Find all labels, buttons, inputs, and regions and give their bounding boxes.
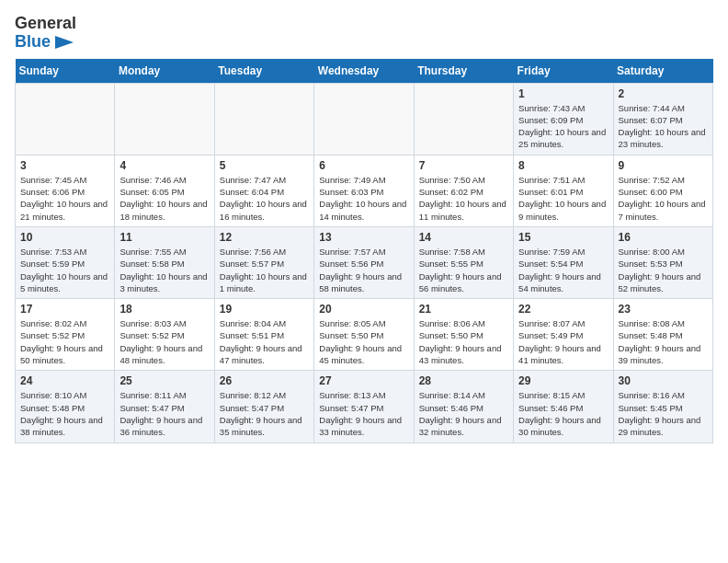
day-info: Sunrise: 7:43 AM Sunset: 6:09 PM Dayligh… bbox=[518, 102, 608, 151]
day-cell bbox=[115, 83, 214, 155]
day-number: 23 bbox=[619, 303, 708, 316]
day-number: 3 bbox=[20, 159, 109, 172]
logo: General Blue bbox=[15, 15, 76, 52]
day-number: 11 bbox=[119, 231, 209, 244]
day-number: 8 bbox=[518, 159, 608, 172]
day-number: 13 bbox=[319, 231, 408, 244]
day-number: 10 bbox=[20, 231, 109, 244]
day-number: 14 bbox=[419, 231, 508, 244]
day-cell: 1Sunrise: 7:43 AM Sunset: 6:09 PM Daylig… bbox=[514, 83, 613, 155]
day-info: Sunrise: 7:46 AM Sunset: 6:05 PM Dayligh… bbox=[119, 174, 209, 223]
day-number: 26 bbox=[220, 374, 309, 387]
day-info: Sunrise: 8:02 AM Sunset: 5:52 PM Dayligh… bbox=[20, 317, 109, 366]
day-info: Sunrise: 8:07 AM Sunset: 5:49 PM Dayligh… bbox=[518, 317, 608, 366]
day-info: Sunrise: 8:08 AM Sunset: 5:48 PM Dayligh… bbox=[619, 317, 708, 366]
day-cell: 12Sunrise: 7:56 AM Sunset: 5:57 PM Dayli… bbox=[214, 226, 313, 298]
day-number: 4 bbox=[119, 159, 209, 172]
day-cell: 20Sunrise: 8:05 AM Sunset: 5:50 PM Dayli… bbox=[314, 299, 414, 371]
header-tuesday: Tuesday bbox=[214, 59, 313, 84]
day-number: 19 bbox=[220, 303, 309, 316]
day-number: 28 bbox=[419, 374, 508, 387]
header-wednesday: Wednesday bbox=[314, 59, 414, 84]
day-cell: 10Sunrise: 7:53 AM Sunset: 5:59 PM Dayli… bbox=[16, 226, 115, 298]
day-number: 30 bbox=[619, 374, 708, 387]
day-info: Sunrise: 7:51 AM Sunset: 6:01 PM Dayligh… bbox=[518, 174, 608, 223]
day-info: Sunrise: 7:49 AM Sunset: 6:03 PM Dayligh… bbox=[319, 174, 408, 223]
day-number: 15 bbox=[518, 231, 608, 244]
day-cell: 3Sunrise: 7:45 AM Sunset: 6:06 PM Daylig… bbox=[16, 155, 115, 226]
header: General Blue bbox=[15, 15, 713, 52]
day-cell: 27Sunrise: 8:13 AM Sunset: 5:47 PM Dayli… bbox=[314, 371, 414, 442]
header-saturday: Saturday bbox=[613, 59, 712, 84]
days-header-row: SundayMondayTuesdayWednesdayThursdayFrid… bbox=[16, 59, 713, 84]
day-cell: 25Sunrise: 8:11 AM Sunset: 5:47 PM Dayli… bbox=[115, 371, 214, 442]
day-cell: 30Sunrise: 8:16 AM Sunset: 5:45 PM Dayli… bbox=[613, 371, 712, 442]
day-number: 29 bbox=[518, 374, 608, 387]
day-info: Sunrise: 8:05 AM Sunset: 5:50 PM Dayligh… bbox=[319, 317, 408, 366]
day-cell: 17Sunrise: 8:02 AM Sunset: 5:52 PM Dayli… bbox=[16, 299, 115, 371]
week-row-3: 10Sunrise: 7:53 AM Sunset: 5:59 PM Dayli… bbox=[16, 226, 713, 298]
day-number: 24 bbox=[20, 374, 109, 387]
day-cell: 11Sunrise: 7:55 AM Sunset: 5:58 PM Dayli… bbox=[115, 226, 214, 298]
day-cell: 16Sunrise: 8:00 AM Sunset: 5:53 PM Dayli… bbox=[613, 226, 712, 298]
day-number: 9 bbox=[619, 159, 708, 172]
day-info: Sunrise: 7:52 AM Sunset: 6:00 PM Dayligh… bbox=[619, 174, 708, 223]
day-number: 7 bbox=[419, 159, 508, 172]
day-info: Sunrise: 7:44 AM Sunset: 6:07 PM Dayligh… bbox=[619, 102, 708, 151]
day-cell: 28Sunrise: 8:14 AM Sunset: 5:46 PM Dayli… bbox=[414, 371, 513, 442]
day-number: 18 bbox=[119, 303, 209, 316]
day-cell bbox=[314, 83, 414, 155]
day-cell: 4Sunrise: 7:46 AM Sunset: 6:05 PM Daylig… bbox=[115, 155, 214, 226]
header-thursday: Thursday bbox=[414, 59, 513, 84]
week-row-5: 24Sunrise: 8:10 AM Sunset: 5:48 PM Dayli… bbox=[16, 371, 713, 442]
day-cell: 29Sunrise: 8:15 AM Sunset: 5:46 PM Dayli… bbox=[514, 371, 613, 442]
header-monday: Monday bbox=[115, 59, 214, 84]
calendar-table: SundayMondayTuesdayWednesdayThursdayFrid… bbox=[15, 59, 713, 443]
day-info: Sunrise: 8:15 AM Sunset: 5:46 PM Dayligh… bbox=[518, 389, 608, 438]
day-info: Sunrise: 7:47 AM Sunset: 6:04 PM Dayligh… bbox=[220, 174, 309, 223]
day-cell: 15Sunrise: 7:59 AM Sunset: 5:54 PM Dayli… bbox=[514, 226, 613, 298]
day-cell: 13Sunrise: 7:57 AM Sunset: 5:56 PM Dayli… bbox=[314, 226, 414, 298]
day-cell: 6Sunrise: 7:49 AM Sunset: 6:03 PM Daylig… bbox=[314, 155, 414, 226]
day-number: 20 bbox=[319, 303, 408, 316]
day-cell: 19Sunrise: 8:04 AM Sunset: 5:51 PM Dayli… bbox=[214, 299, 313, 371]
day-cell: 9Sunrise: 7:52 AM Sunset: 6:00 PM Daylig… bbox=[613, 155, 712, 226]
day-cell bbox=[16, 83, 115, 155]
day-number: 16 bbox=[619, 231, 708, 244]
day-cell: 26Sunrise: 8:12 AM Sunset: 5:47 PM Dayli… bbox=[214, 371, 313, 442]
day-number: 27 bbox=[319, 374, 408, 387]
day-info: Sunrise: 8:10 AM Sunset: 5:48 PM Dayligh… bbox=[20, 389, 109, 438]
day-cell: 8Sunrise: 7:51 AM Sunset: 6:01 PM Daylig… bbox=[514, 155, 613, 226]
day-info: Sunrise: 7:45 AM Sunset: 6:06 PM Dayligh… bbox=[20, 174, 109, 223]
day-cell: 14Sunrise: 7:58 AM Sunset: 5:55 PM Dayli… bbox=[414, 226, 513, 298]
day-info: Sunrise: 7:50 AM Sunset: 6:02 PM Dayligh… bbox=[419, 174, 508, 223]
day-info: Sunrise: 8:04 AM Sunset: 5:51 PM Dayligh… bbox=[220, 317, 309, 366]
day-cell: 2Sunrise: 7:44 AM Sunset: 6:07 PM Daylig… bbox=[613, 83, 712, 155]
day-info: Sunrise: 7:58 AM Sunset: 5:55 PM Dayligh… bbox=[419, 246, 508, 294]
day-number: 12 bbox=[220, 231, 309, 244]
svg-marker-0 bbox=[55, 36, 74, 49]
day-number: 22 bbox=[518, 303, 608, 316]
day-cell: 21Sunrise: 8:06 AM Sunset: 5:50 PM Dayli… bbox=[414, 299, 513, 371]
day-number: 21 bbox=[419, 303, 508, 316]
week-row-1: 1Sunrise: 7:43 AM Sunset: 6:09 PM Daylig… bbox=[16, 83, 713, 155]
day-cell: 18Sunrise: 8:03 AM Sunset: 5:52 PM Dayli… bbox=[115, 299, 214, 371]
day-cell: 7Sunrise: 7:50 AM Sunset: 6:02 PM Daylig… bbox=[414, 155, 513, 226]
day-info: Sunrise: 7:56 AM Sunset: 5:57 PM Dayligh… bbox=[220, 246, 309, 294]
day-number: 5 bbox=[220, 159, 309, 172]
day-number: 17 bbox=[20, 303, 109, 316]
logo-general: General bbox=[15, 15, 76, 33]
day-info: Sunrise: 8:00 AM Sunset: 5:53 PM Dayligh… bbox=[619, 246, 708, 294]
day-info: Sunrise: 7:53 AM Sunset: 5:59 PM Dayligh… bbox=[20, 246, 109, 294]
day-cell: 23Sunrise: 8:08 AM Sunset: 5:48 PM Dayli… bbox=[613, 299, 712, 371]
day-info: Sunrise: 8:14 AM Sunset: 5:46 PM Dayligh… bbox=[419, 389, 508, 438]
day-info: Sunrise: 7:59 AM Sunset: 5:54 PM Dayligh… bbox=[518, 246, 608, 294]
week-row-2: 3Sunrise: 7:45 AM Sunset: 6:06 PM Daylig… bbox=[16, 155, 713, 226]
day-info: Sunrise: 8:06 AM Sunset: 5:50 PM Dayligh… bbox=[419, 317, 508, 366]
day-info: Sunrise: 8:03 AM Sunset: 5:52 PM Dayligh… bbox=[119, 317, 209, 366]
day-info: Sunrise: 8:16 AM Sunset: 5:45 PM Dayligh… bbox=[619, 389, 708, 438]
day-cell: 5Sunrise: 7:47 AM Sunset: 6:04 PM Daylig… bbox=[214, 155, 313, 226]
day-cell bbox=[414, 83, 513, 155]
day-number: 25 bbox=[119, 374, 209, 387]
day-number: 2 bbox=[619, 87, 708, 100]
